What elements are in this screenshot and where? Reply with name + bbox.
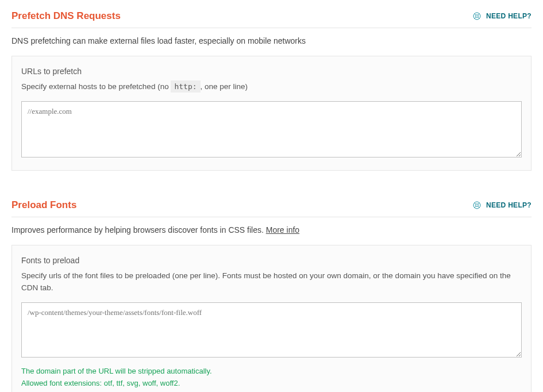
field-help: Specify external hosts to be prefetched … (21, 80, 522, 93)
section-prefetch-dns: Prefetch DNS Requests NEED HELP? DNS pre… (11, 10, 532, 171)
section-header: Prefetch DNS Requests NEED HELP? (11, 10, 532, 28)
svg-line-11 (478, 206, 479, 207)
field-note: The domain part of the URL will be strip… (21, 366, 522, 390)
field-help: Specify urls of the font files to be pre… (21, 270, 522, 294)
svg-line-4 (475, 17, 476, 18)
section-description: Improves performance by helping browsers… (11, 225, 532, 235)
help-icon (472, 201, 482, 210)
help-label: NEED HELP? (486, 12, 532, 20)
svg-point-1 (476, 15, 479, 18)
svg-line-3 (478, 14, 479, 15)
section-header: Preload Fonts NEED HELP? (11, 199, 532, 217)
svg-line-10 (475, 206, 476, 207)
field-label: Fonts to preload (21, 256, 522, 265)
help-icon (472, 11, 482, 21)
section-title: Prefetch DNS Requests (11, 10, 121, 22)
svg-line-5 (478, 17, 479, 18)
svg-line-8 (475, 203, 476, 204)
svg-line-2 (475, 14, 476, 15)
section-preload-fonts: Preload Fonts NEED HELP? Improves perfor… (11, 199, 532, 392)
svg-point-7 (476, 203, 479, 206)
help-label: NEED HELP? (486, 201, 532, 209)
fonts-to-preload-input[interactable] (21, 302, 522, 358)
section-title: Preload Fonts (11, 199, 76, 211)
inline-code: http: (171, 80, 200, 93)
panel-fonts: Fonts to preload Specify urls of the fon… (11, 245, 532, 392)
panel-prefetch: URLs to prefetch Specify external hosts … (11, 56, 532, 171)
field-label: URLs to prefetch (21, 67, 522, 76)
section-description: DNS prefetching can make external files … (11, 36, 532, 45)
urls-to-prefetch-input[interactable] (21, 101, 522, 157)
need-help-link[interactable]: NEED HELP? (472, 201, 532, 210)
more-info-link[interactable]: More info (266, 225, 299, 235)
need-help-link[interactable]: NEED HELP? (472, 11, 532, 21)
svg-line-9 (478, 203, 479, 204)
